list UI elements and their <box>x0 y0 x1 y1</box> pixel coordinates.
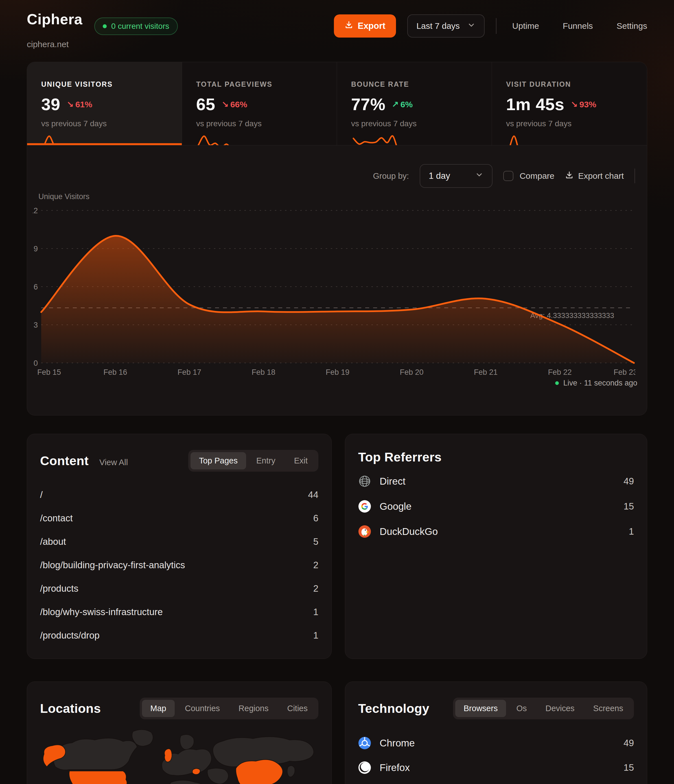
referrers-panel: Top Referrers Direct 49 Google 15 DuckDu… <box>345 434 647 659</box>
stat-label: BOUNCE RATE <box>351 80 492 89</box>
referrer-name: Direct <box>380 476 623 487</box>
download-icon <box>345 20 353 31</box>
referrer-rows: Direct 49 Google 15 DuckDuckGo 1 <box>345 468 647 544</box>
content-row[interactable]: /products/drop 1 <box>40 624 318 647</box>
referrer-row[interactable]: Direct 49 <box>358 468 634 494</box>
content-row[interactable]: /about 5 <box>40 530 318 553</box>
referrer-count: 49 <box>623 476 634 487</box>
date-range-select[interactable]: Last 7 days <box>407 14 485 37</box>
stat-value: 65 <box>196 95 215 114</box>
tab-locations-countries[interactable]: Countries <box>176 700 228 717</box>
technology-count: 49 <box>623 738 634 748</box>
svg-text:Feb 19: Feb 19 <box>326 368 349 376</box>
stat-card-visit-duration[interactable]: VISIT DURATION 1m 45s ↘93% vs previous 7… <box>492 62 647 145</box>
nav-settings[interactable]: Settings <box>617 21 647 31</box>
content-row[interactable]: /products 2 <box>40 577 318 600</box>
referrer-name: DuckDuckGo <box>380 526 629 537</box>
stat-value: 1m 45s <box>506 95 564 114</box>
content-tabs: Top PagesEntryExit <box>188 450 318 471</box>
duckduckgo-icon <box>358 525 371 538</box>
locations-panel: Locations MapCountriesRegionsCities <box>27 681 332 784</box>
tab-content-entry[interactable]: Entry <box>248 452 284 470</box>
content-title: Content <box>40 454 89 468</box>
page-path[interactable]: /contact <box>40 513 73 524</box>
trend-arrow-icon: ↗ <box>392 100 399 109</box>
page-count: 1 <box>313 630 318 641</box>
nav-uptime[interactable]: Uptime <box>512 21 539 31</box>
stat-sparkline <box>351 133 401 145</box>
content-row[interactable]: / 44 <box>40 483 318 506</box>
technology-row[interactable]: Firefox 15 <box>358 755 634 780</box>
live-status: Live · 11 seconds ago <box>27 379 647 387</box>
page-path[interactable]: /products <box>40 583 78 594</box>
stat-subtext: vs previous 7 days <box>196 119 337 128</box>
header-divider <box>496 18 497 34</box>
technology-title: Technology <box>358 701 429 716</box>
page-count: 1 <box>313 607 318 618</box>
stat-card-bounce-rate[interactable]: BOUNCE RATE 77% ↗6% vs previous 7 days <box>337 62 492 145</box>
tab-content-top-pages[interactable]: Top Pages <box>191 452 246 470</box>
tab-locations-cities[interactable]: Cities <box>279 700 316 717</box>
tab-technology-browsers[interactable]: Browsers <box>455 700 506 717</box>
stat-subtext: vs previous 7 days <box>506 119 647 128</box>
page-path[interactable]: /blog/why-swiss-infrastructure <box>40 607 163 618</box>
export-chart-button[interactable]: Export chart <box>565 171 624 181</box>
technology-name: Firefox <box>380 762 623 773</box>
page-path[interactable]: /blog/building-privacy-first-analytics <box>40 560 185 571</box>
tab-content-exit[interactable]: Exit <box>286 452 316 470</box>
technology-row[interactable]: Chrome 49 <box>358 731 634 755</box>
current-visitors-badge: 0 current visitors <box>94 17 177 35</box>
stat-card-total-pageviews[interactable]: TOTAL PAGEVIEWS 65 ↘66% vs previous 7 da… <box>182 62 337 145</box>
live-dot-icon <box>555 381 559 385</box>
svg-text:0: 0 <box>34 359 38 367</box>
download-icon <box>565 171 573 181</box>
compare-checkbox[interactable] <box>503 171 513 181</box>
page-count: 5 <box>313 536 318 547</box>
content-rows: / 44 /contact 6 /about 5 /blog/building-… <box>27 483 331 647</box>
trend-arrow-icon: ↘ <box>571 100 578 109</box>
content-row[interactable]: /blog/why-swiss-infrastructure 1 <box>40 600 318 624</box>
chart-controls: Group by: 1 day Compare Export chart <box>27 164 647 188</box>
svg-text:Feb 16: Feb 16 <box>103 368 127 376</box>
referrer-row[interactable]: DuckDuckGo 1 <box>358 519 634 544</box>
svg-text:Feb 18: Feb 18 <box>252 368 275 376</box>
page-path[interactable]: / <box>40 490 43 500</box>
world-map[interactable] <box>38 727 321 784</box>
visitors-chart: Unique Visitors 036912Avg: 4.33333333333… <box>33 191 647 378</box>
controls-divider <box>635 169 635 183</box>
stat-label: TOTAL PAGEVIEWS <box>196 80 337 89</box>
chrome-icon <box>358 737 371 750</box>
tab-technology-devices[interactable]: Devices <box>537 700 583 717</box>
stat-label: VISIT DURATION <box>506 80 647 89</box>
page-path[interactable]: /products/drop <box>40 630 99 641</box>
tab-technology-os[interactable]: Os <box>508 700 535 717</box>
technology-row[interactable] <box>358 780 634 784</box>
page-count: 6 <box>313 513 318 524</box>
green-dot-icon <box>103 24 107 28</box>
page-count: 2 <box>313 560 318 571</box>
tab-technology-screens[interactable]: Screens <box>585 700 632 717</box>
svg-text:Feb 23: Feb 23 <box>613 368 635 376</box>
svg-text:Feb 15: Feb 15 <box>37 368 61 376</box>
stat-delta: ↘93% <box>571 100 596 109</box>
tab-locations-regions[interactable]: Regions <box>230 700 277 717</box>
page-path[interactable]: /about <box>40 536 66 547</box>
export-button[interactable]: Export <box>334 14 396 37</box>
view-all-link[interactable]: View All <box>99 458 128 467</box>
firefox-icon <box>358 761 371 774</box>
nav-funnels[interactable]: Funnels <box>563 21 593 31</box>
svg-text:9: 9 <box>34 244 38 253</box>
stat-card-unique-visitors[interactable]: UNIQUE VISITORS 39 ↘61% vs previous 7 da… <box>27 62 182 145</box>
stat-sparkline <box>41 133 91 145</box>
content-row[interactable]: /blog/building-privacy-first-analytics 2 <box>40 553 318 577</box>
tab-locations-map[interactable]: Map <box>142 700 175 717</box>
content-row[interactable]: /contact 6 <box>40 506 318 530</box>
group-by-select[interactable]: 1 day <box>420 164 492 188</box>
trend-arrow-icon: ↘ <box>222 100 228 109</box>
stat-delta: ↘61% <box>67 100 92 109</box>
svg-text:Feb 17: Feb 17 <box>177 368 201 376</box>
referrer-row[interactable]: Google 15 <box>358 494 634 519</box>
svg-text:Feb 22: Feb 22 <box>548 368 572 376</box>
compare-toggle[interactable]: Compare <box>503 171 554 181</box>
stat-label: UNIQUE VISITORS <box>41 80 182 89</box>
